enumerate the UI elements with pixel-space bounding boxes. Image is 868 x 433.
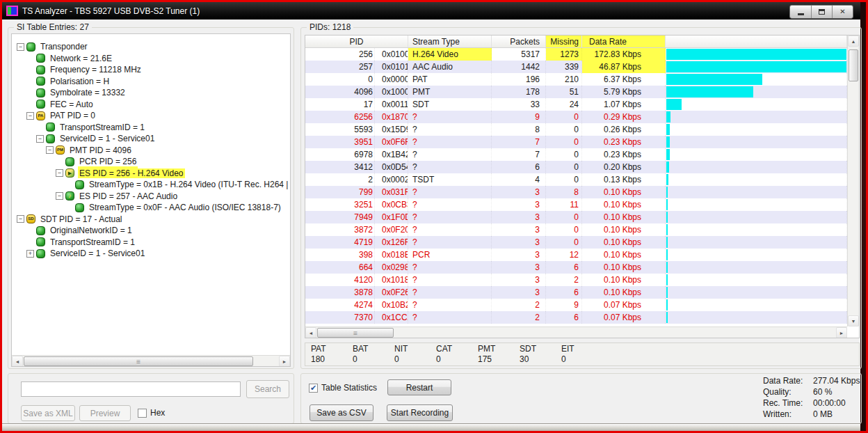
scroll-right-icon[interactable]: ► xyxy=(836,327,847,338)
cell-packets: 3 xyxy=(492,186,546,198)
tree-item[interactable]: Frequency = 11218 MHz xyxy=(14,64,288,76)
tree-horizontal-scrollbar[interactable]: ◄ ► xyxy=(12,355,290,366)
tree-item[interactable]: −PMPMT PID = 4096 xyxy=(14,145,288,157)
table-row[interactable]: 32510x0CB3?3110.10 Kbps xyxy=(305,198,847,211)
table-row[interactable]: 6640x0298?360.10 Kbps xyxy=(305,261,847,274)
tree-item[interactable]: −Transponder xyxy=(14,41,288,53)
save-as-xml-button[interactable]: Save as XML xyxy=(21,405,75,421)
start-recording-button[interactable]: Start Recording xyxy=(387,404,453,421)
data-rate-bar xyxy=(666,174,668,185)
scroll-left-icon[interactable]: ◄ xyxy=(305,327,316,338)
tree-item[interactable]: OriginalNetworkID = 1 xyxy=(14,225,288,237)
tree-item[interactable]: PCR PID = 256 xyxy=(14,156,288,168)
column-header-missing[interactable]: Missing xyxy=(546,36,582,47)
table-row[interactable]: 38780x0F26?360.10 Kbps xyxy=(305,286,847,299)
cell-packets: 3 xyxy=(492,198,546,211)
tree-item[interactable]: Polarisation = H xyxy=(14,76,288,88)
table-stat-value: 180 xyxy=(311,354,353,365)
table-statistics-checkbox[interactable]: ✔ xyxy=(309,384,318,393)
tree-item[interactable]: −SDSDT PID = 17 - Actual xyxy=(14,214,288,226)
scroll-right-icon[interactable]: ► xyxy=(279,356,290,367)
table-row[interactable]: 34120x0D54?600.20 Kbps xyxy=(305,161,847,173)
tree-item[interactable]: −♪ES PID = 257 - AAC Audio xyxy=(14,191,288,203)
table-row[interactable]: 7990x031F?380.10 Kbps xyxy=(305,186,847,198)
preview-button[interactable]: Preview xyxy=(79,405,131,421)
close-button[interactable]: ✕ xyxy=(832,6,853,18)
table-row[interactable]: 2560x0100H.264 Video53171273172.83 Kbps xyxy=(305,48,847,61)
tree-item[interactable]: StreamType = 0x0F - AAC Audio (ISO/IEC 1… xyxy=(14,202,288,214)
table-hscroll-thumb[interactable] xyxy=(317,328,394,338)
tree-item[interactable]: TransportStreamID = 1 xyxy=(14,122,288,134)
node-icon xyxy=(36,226,45,235)
expand-icon[interactable]: + xyxy=(26,250,34,258)
cell-pid: 2 xyxy=(305,173,375,186)
column-header-pid[interactable]: PID xyxy=(305,36,408,47)
search-button[interactable]: Search xyxy=(246,380,289,398)
tree-item[interactable]: TransportStreamID = 1 xyxy=(14,237,288,249)
tree-item[interactable]: Network = 21.6E xyxy=(14,53,288,65)
table-row[interactable]: 2570x0101AAC Audio144233946.87 Kbps xyxy=(305,61,847,73)
tree-item[interactable]: −PAPAT PID = 0 xyxy=(14,110,288,122)
column-header-packets[interactable]: Packets xyxy=(492,36,546,47)
table-row[interactable]: 3980x018EPCR3120.10 Kbps xyxy=(305,249,847,261)
table-row[interactable]: 38720x0F20?300.10 Kbps xyxy=(305,223,847,236)
minimize-button[interactable] xyxy=(790,6,811,18)
scroll-up-icon[interactable]: ▲ xyxy=(848,36,859,47)
titlebar[interactable]: TS Analyzer - TBS 5927 USB DVB-S2 Tuner … xyxy=(2,2,860,19)
tree-indent xyxy=(26,238,34,246)
tree-indent xyxy=(65,181,73,189)
restore-button[interactable] xyxy=(811,6,832,18)
column-header-stream-type[interactable]: Stream Type xyxy=(408,36,492,47)
tree-hscroll-thumb[interactable] xyxy=(24,356,253,366)
tree-item[interactable]: −ServiceID = 1 - Service01 xyxy=(14,133,288,145)
table-vscroll-thumb[interactable] xyxy=(849,49,858,81)
table-row[interactable]: 69780x1B42?700.23 Kbps xyxy=(305,148,847,161)
table-row[interactable]: 42740x10B2?290.07 Kbps xyxy=(305,299,847,311)
cell-pid: 17 xyxy=(305,98,375,111)
collapse-icon[interactable]: − xyxy=(56,169,63,177)
tree-item-label: PAT PID = 0 xyxy=(49,111,97,120)
table-row[interactable]: 39510x0F6F?700.23 Kbps xyxy=(305,136,847,148)
save-as-csv-button[interactable]: Save as CSV xyxy=(310,404,373,421)
table-row[interactable]: 47190x126F?300.10 Kbps xyxy=(305,236,847,249)
cell-pid-hex: 0x10B2 xyxy=(375,299,408,311)
collapse-icon[interactable]: − xyxy=(17,215,24,223)
tree-item[interactable]: Symbolrate = 13332 xyxy=(14,87,288,99)
cell-packets: 4 xyxy=(492,173,546,186)
pid-table-header[interactable]: PID Stream Type Packets Missing Data Rat… xyxy=(305,36,859,48)
table-row[interactable]: 40960x1000PMT178515.79 Kbps xyxy=(305,86,847,98)
collapse-icon[interactable]: − xyxy=(56,192,63,200)
node-icon xyxy=(36,100,45,109)
tree-item[interactable]: +ServiceID = 1 - Service01 xyxy=(14,248,288,260)
collapse-icon[interactable]: − xyxy=(17,43,24,51)
table-row[interactable]: 00x0000PAT1962106.37 Kbps xyxy=(305,73,847,86)
cell-packets: 7 xyxy=(492,148,546,161)
table-vertical-scrollbar[interactable]: ▲ ▼ xyxy=(847,36,859,326)
search-input[interactable] xyxy=(21,381,241,397)
info-label: Written: xyxy=(763,409,813,420)
table-row[interactable]: 73700x1CCA?260.07 Kbps xyxy=(305,311,847,324)
table-row[interactable]: 20x0002TSDT400.13 Kbps xyxy=(305,173,847,186)
table-horizontal-scrollbar[interactable]: ◄ ► xyxy=(305,326,847,338)
tree-item[interactable]: FEC = Auto xyxy=(14,99,288,111)
table-row[interactable]: 79490x1F0D?300.10 Kbps xyxy=(305,211,847,223)
collapse-icon[interactable]: − xyxy=(46,146,54,154)
table-row[interactable]: 55930x15D9?800.26 Kbps xyxy=(305,123,847,136)
si-tree[interactable]: −TransponderNetwork = 21.6EFrequency = 1… xyxy=(11,33,291,367)
table-row[interactable]: 41200x1018?320.10 Kbps xyxy=(305,274,847,286)
table-row[interactable]: 170x0011SDT33241.07 Kbps xyxy=(305,98,847,111)
table-stat: PAT180 xyxy=(311,344,353,365)
pid-table[interactable]: PID Stream Type Packets Missing Data Rat… xyxy=(305,35,860,338)
table-row[interactable]: 62560x1870?900.29 Kbps xyxy=(305,111,847,123)
hex-checkbox[interactable] xyxy=(138,409,147,418)
collapse-icon[interactable]: − xyxy=(36,135,44,143)
tree-item[interactable]: StreamType = 0x1B - H.264 Video (ITU-T R… xyxy=(14,179,288,191)
data-rate-bar-cell xyxy=(666,111,847,123)
scroll-down-icon[interactable]: ▼ xyxy=(848,315,859,326)
cell-stream-type: TSDT xyxy=(408,173,492,186)
collapse-icon[interactable]: − xyxy=(26,112,34,120)
scroll-left-icon[interactable]: ◄ xyxy=(12,356,23,367)
restart-button[interactable]: Restart xyxy=(387,379,451,395)
tree-item[interactable]: −▶ES PID = 256 - H.264 Video xyxy=(14,168,288,180)
column-header-data-rate[interactable]: Data Rate xyxy=(582,36,666,47)
